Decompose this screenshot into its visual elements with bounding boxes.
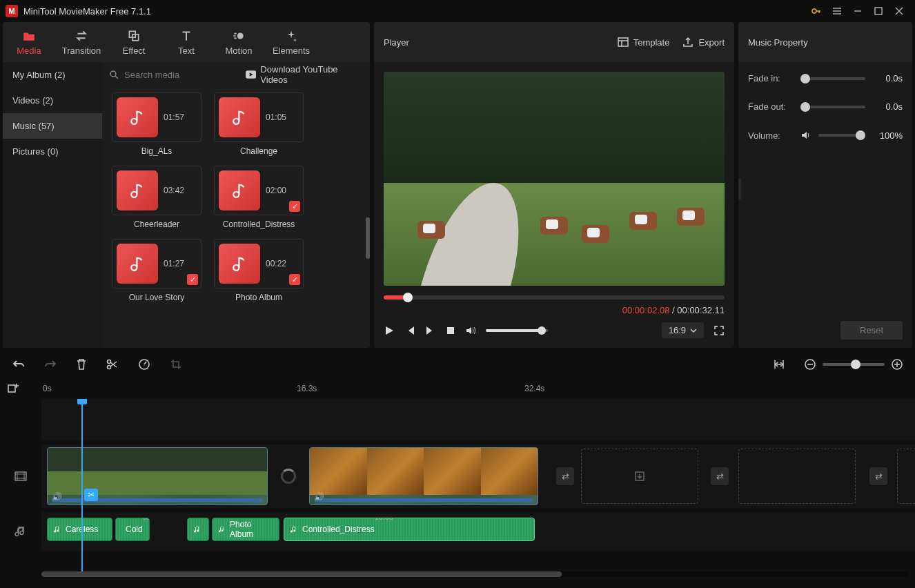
zoom-out-button[interactable]: [805, 359, 816, 370]
sidebar-item[interactable]: Music (57): [3, 113, 102, 139]
template-label: Template: [633, 37, 670, 48]
fit-timeline-button[interactable]: [773, 358, 785, 371]
media-name: Big_ALs: [112, 142, 201, 156]
media-item[interactable]: 02:00✓Controlled_Distress: [214, 166, 304, 229]
svg-point-0: [812, 9, 816, 13]
volume-prop-icon[interactable]: [800, 130, 811, 141]
tab-text[interactable]: Text: [160, 22, 213, 62]
tab-effect[interactable]: Effect: [108, 22, 160, 62]
app-title: MiniTool MovieMaker Free 7.1.1: [23, 6, 806, 17]
media-item[interactable]: 01:57Big_ALs: [112, 92, 201, 156]
audio-clip[interactable]: [187, 518, 209, 541]
volume-icon[interactable]: [465, 325, 476, 336]
export-button[interactable]: Export: [682, 36, 725, 48]
undo-button[interactable]: [12, 358, 25, 371]
export-label: Export: [698, 37, 725, 48]
fadein-slider[interactable]: [800, 77, 865, 80]
music-icon: [219, 244, 260, 284]
volume-slider[interactable]: [486, 329, 548, 332]
player-label: Player: [384, 37, 604, 48]
video-clip[interactable]: 🔊: [47, 447, 268, 505]
media-item[interactable]: 01:05Challenge: [214, 92, 304, 156]
redo-button[interactable]: [44, 358, 57, 371]
tab-label: Elements: [273, 46, 310, 56]
sidebar-item[interactable]: My Album (2): [3, 62, 102, 88]
audio-track-icon: [0, 512, 41, 551]
sidebar-item[interactable]: Pictures (0): [3, 139, 102, 164]
zoom-slider[interactable]: [823, 363, 885, 366]
transition-slot[interactable]: ⇄: [869, 467, 887, 485]
media-duration: 02:00: [266, 186, 286, 195]
empty-clip-slot[interactable]: [581, 449, 698, 504]
search-input[interactable]: [124, 70, 240, 80]
audio-clip-name: Controlled_Distress: [302, 525, 375, 534]
ruler-tick: 0s: [43, 384, 52, 393]
fadeout-label: Fade out:: [748, 101, 794, 112]
stop-button[interactable]: [446, 326, 455, 335]
sparkle-icon: [284, 29, 298, 43]
video-track-icon: [0, 444, 41, 508]
template-button[interactable]: Template: [617, 36, 670, 48]
audio-clip[interactable]: Controlled_Distress16.6s: [284, 518, 535, 541]
close-button[interactable]: [889, 1, 909, 21]
play-button[interactable]: [384, 325, 395, 336]
svg-rect-13: [618, 38, 628, 46]
music-icon: [219, 170, 260, 210]
crop-button[interactable]: [170, 358, 182, 371]
tab-label: Effect: [122, 46, 145, 56]
media-item[interactable]: 00:22✓Photo Album: [214, 239, 304, 302]
svg-point-10: [233, 192, 239, 197]
timeline-scrollbar[interactable]: [41, 571, 908, 577]
media-name: Challenge: [214, 142, 304, 156]
minimize-button[interactable]: [847, 1, 868, 21]
activate-key-icon[interactable]: [806, 1, 827, 21]
svg-rect-20: [8, 385, 15, 392]
menu-icon[interactable]: [827, 1, 847, 21]
transition-slot[interactable]: ⇄: [556, 467, 574, 485]
media-name: Controlled_Distress: [214, 215, 304, 229]
fadeout-value: 0.0s: [872, 101, 903, 112]
prev-frame-button[interactable]: [404, 325, 415, 336]
add-track-button[interactable]: [7, 382, 19, 395]
tab-motion[interactable]: Motion: [213, 22, 265, 62]
aspect-dropdown[interactable]: 16:9: [662, 322, 704, 338]
app-logo: M: [6, 5, 18, 17]
audio-clip[interactable]: Cold5s: [115, 518, 150, 541]
motion-icon: [232, 29, 246, 43]
fadein-label: Fade in:: [748, 73, 794, 84]
maximize-button[interactable]: [868, 1, 889, 21]
sidebar-item[interactable]: Videos (2): [3, 88, 102, 113]
empty-clip-slot[interactable]: [897, 449, 915, 504]
aspect-value: 16:9: [669, 325, 686, 335]
tab-transition[interactable]: Transition: [55, 22, 108, 62]
tab-elements[interactable]: Elements: [265, 22, 317, 62]
total-time: 00:00:32.11: [677, 305, 725, 315]
audio-clip-name: Cold: [126, 525, 143, 534]
ruler-tick: 32.4s: [524, 384, 544, 393]
transition-slot[interactable]: ⇄: [711, 467, 729, 485]
search-icon: [109, 70, 119, 79]
zoom-in-button[interactable]: [892, 359, 903, 370]
audio-clip[interactable]: Photo Album: [212, 518, 279, 541]
next-frame-button[interactable]: [425, 325, 436, 336]
seek-slider[interactable]: [384, 295, 725, 300]
svg-rect-14: [447, 327, 454, 334]
cut-marker-icon[interactable]: ✂: [84, 489, 98, 501]
fadeout-slider[interactable]: [800, 106, 865, 108]
media-item[interactable]: 03:42Cheerleader: [112, 166, 201, 229]
media-item[interactable]: 01:27✓Our Love Story: [112, 239, 201, 302]
video-clip[interactable]: 🔊: [309, 447, 538, 505]
split-button[interactable]: [106, 358, 119, 371]
download-youtube-link[interactable]: Download YouTube Videos: [246, 64, 363, 85]
volume-prop-slider[interactable]: [818, 134, 865, 137]
delete-button[interactable]: [76, 358, 87, 371]
speed-button[interactable]: [138, 358, 150, 371]
playhead[interactable]: [81, 399, 83, 571]
fullscreen-button[interactable]: [714, 325, 725, 336]
svg-point-12: [233, 265, 239, 271]
svg-point-4: [237, 32, 244, 39]
reset-button[interactable]: Reset: [840, 321, 903, 340]
empty-clip-slot[interactable]: [738, 449, 856, 504]
tab-media[interactable]: Media: [3, 22, 55, 62]
audio-clip[interactable]: Careless: [47, 518, 112, 541]
